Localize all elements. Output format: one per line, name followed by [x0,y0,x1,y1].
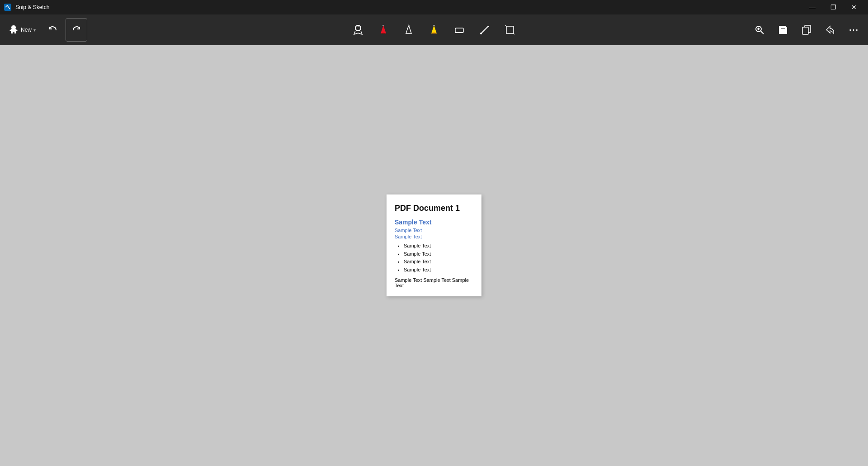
save-icon [778,24,788,35]
ballpoint-pen-icon [377,24,390,36]
new-button[interactable]: New ▾ [4,18,40,42]
touch-writing-icon [352,24,364,36]
list-item: Sample Text [404,250,473,258]
copy-button[interactable] [796,18,817,42]
list-item: Sample Text [404,266,473,274]
svg-line-12 [481,26,488,33]
list-item: Sample Text [404,258,473,266]
toolbar-right: ⋯ [749,18,864,42]
highlighter-button[interactable] [423,18,445,42]
svg-rect-10 [455,28,463,33]
toolbar-center [347,18,521,42]
svg-rect-0 [4,4,11,11]
copy-icon [801,24,812,35]
crop-icon [504,24,516,36]
ballpoint-pen-button[interactable] [373,18,394,42]
highlighter-icon [428,24,440,36]
svg-line-16 [505,25,506,26]
svg-line-19 [761,31,764,34]
share-button[interactable] [819,18,841,42]
title-bar: Snip & Sketch — ❐ ✕ [0,0,868,14]
canvas-area: PDF Document 1 Sample Text Sample Text S… [0,45,868,466]
save-button[interactable] [772,18,794,42]
pdf-document-title: PDF Document 1 [395,204,473,213]
ruler-icon [478,24,491,36]
pdf-heading3: Sample Text [395,234,473,239]
maximize-button[interactable]: ❐ [823,0,844,14]
list-item: Sample Text [404,242,473,250]
svg-rect-4 [382,25,384,26]
pdf-heading1: Sample Text [395,219,473,226]
title-bar-left: Snip & Sketch [4,3,49,11]
svg-rect-23 [802,27,808,34]
crop-button[interactable] [499,18,521,42]
pdf-footer: Sample Text Sample Text Sample Text [395,277,473,288]
redo-icon [71,25,81,35]
svg-line-13 [488,26,489,27]
title-bar-controls: — ❐ ✕ [802,0,864,14]
pdf-document-card: PDF Document 1 Sample Text Sample Text S… [387,195,481,296]
minimize-button[interactable]: — [802,0,823,14]
pencil-button[interactable] [398,18,420,42]
svg-rect-15 [506,26,514,33]
pencil-icon [402,24,415,36]
new-dropdown-arrow: ▾ [33,28,36,33]
undo-icon [48,25,58,35]
zoom-button[interactable] [749,18,770,42]
app-title: Snip & Sketch [15,4,49,10]
svg-marker-2 [381,25,386,33]
svg-rect-9 [433,25,435,26]
zoom-icon [754,24,765,35]
eraser-icon [453,24,466,36]
svg-line-17 [514,33,514,34]
svg-marker-5 [406,25,411,33]
svg-point-14 [480,33,482,34]
pdf-list: Sample Text Sample Text Sample Text Samp… [395,242,473,274]
toolbar-left: New ▾ [4,18,87,42]
eraser-button[interactable] [448,18,470,42]
new-label: New [21,27,32,33]
toolbar: New ▾ [0,14,868,45]
undo-button[interactable] [42,18,64,42]
more-button[interactable]: ⋯ [843,18,864,42]
more-icon: ⋯ [849,24,859,36]
share-icon [825,24,835,35]
close-button[interactable]: ✕ [844,0,864,14]
new-icon [8,24,19,35]
app-icon [4,3,12,11]
touch-writing-button[interactable] [347,18,369,42]
redo-button[interactable] [66,18,87,42]
svg-rect-6 [408,25,410,26]
pdf-heading2: Sample Text [395,228,473,233]
ruler-button[interactable] [474,18,495,42]
